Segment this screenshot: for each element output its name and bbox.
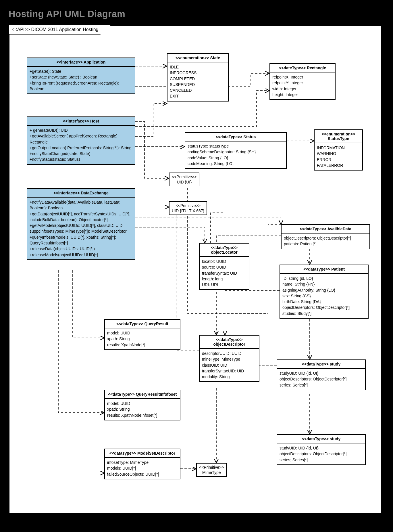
- datatype-patient: <<dataType>> Patient ID: string {id, LO}…: [280, 265, 369, 319]
- datatype-availabledata: <<dataType>> AvailbleData objectDescript…: [281, 224, 370, 249]
- class-body: +getState(): State +serState (newState: …: [27, 67, 135, 93]
- page-title: Hosting API UML Diagram: [9, 9, 384, 19]
- datatype-rectangle: <<dateType>> Rectangle refpointX: Intege…: [269, 63, 336, 100]
- class-header: <<interface>> Application: [27, 58, 135, 67]
- primitive-uid-itu: <<Primitive>> UID {ITU-T X.667}: [169, 201, 207, 215]
- enum-statustype: <<enumeration>> StatusType INFORMATION W…: [314, 129, 363, 171]
- primitive-uid-ui: <<Primitive>> UID {UI}: [169, 173, 199, 186]
- datatype-objectdescriptor: <<dataType>> objectDescriptor descriptor…: [199, 335, 259, 382]
- datatype-study-2: <<dataType>> study studyUID: UID {id, UI…: [277, 434, 366, 465]
- primitive-mimetype: <<Primitive>> MimeType: [196, 463, 227, 477]
- diagram-canvas: <<API>> DICOM 2011 Application Hosting: [9, 25, 382, 514]
- datatype-status: <<dataType>> Status statusType: statusTy…: [185, 132, 287, 169]
- datatype-objectlocator: <<dataType>> objectLocator locator: UUID…: [199, 243, 249, 290]
- datatype-study-1: <<dataType>> study studyUID: UID {id, UI…: [277, 359, 366, 390]
- datatype-queryresultinfoset: <<dataType>> QueryResultInfofoset model:…: [104, 390, 180, 420]
- class-host: <<interface>> Host + generateUID(): UID …: [27, 116, 135, 165]
- datatype-modelsetdescriptor: <<dataType>> ModelSetDescriptor infosetT…: [104, 449, 180, 479]
- package-tab: <<API>> DICOM 2011 Application Hosting: [9, 25, 111, 35]
- class-application: <<interface>> Application +getState(): S…: [27, 58, 135, 94]
- class-dataexchange: <<interface>> DataExchange +notifyDataAv…: [27, 188, 135, 260]
- enum-state: <<enumeration>> State IDLE INPROGRESS CO…: [167, 53, 229, 102]
- datatype-queryresult: <<dataType>> QueryResult model: UUID xpa…: [104, 319, 180, 350]
